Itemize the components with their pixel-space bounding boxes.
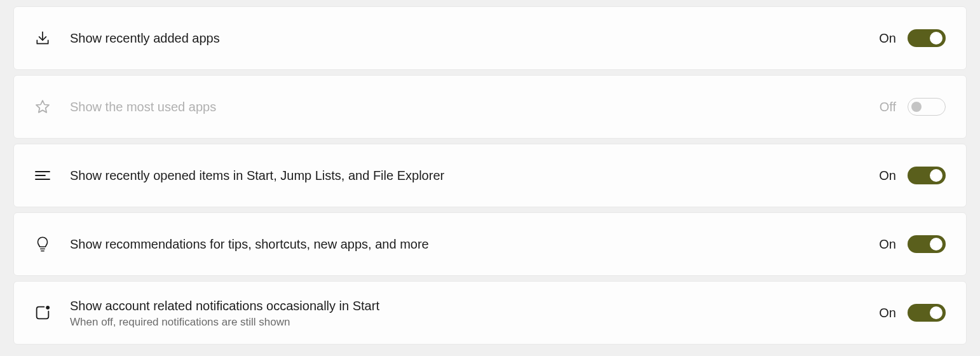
toggle-state-label: On [879, 237, 896, 252]
toggle-state-label: On [879, 168, 896, 183]
toggle-recommendations[interactable] [908, 235, 946, 253]
setting-description: When off, required notifications are sti… [70, 316, 879, 329]
setting-row-recommendations[interactable]: Show recommendations for tips, shortcuts… [13, 212, 967, 276]
setting-text: Show account related notifications occas… [70, 298, 879, 329]
toggle-recently-added[interactable] [908, 29, 946, 47]
list-icon [33, 166, 52, 185]
star-icon [33, 97, 52, 116]
toggle-state-label: Off [880, 100, 896, 114]
toggle-account-notifications[interactable] [908, 304, 946, 322]
setting-text: Show recently opened items in Start, Jum… [70, 167, 879, 184]
toggle-state-label: On [879, 306, 896, 320]
setting-label: Show account related notifications occas… [70, 298, 879, 315]
download-icon [33, 29, 52, 48]
setting-label: Show recently added apps [70, 30, 879, 47]
setting-label: Show the most used apps [70, 99, 880, 116]
setting-row-recently-added[interactable]: Show recently added apps On [13, 6, 967, 70]
svg-point-5 [46, 306, 50, 310]
toggle-recent-items[interactable] [908, 167, 946, 184]
setting-label: Show recommendations for tips, shortcuts… [70, 236, 879, 253]
setting-label: Show recently opened items in Start, Jum… [70, 167, 879, 184]
toggle-most-used [908, 98, 946, 116]
toggle-state-label: On [879, 31, 896, 46]
setting-row-recent-items[interactable]: Show recently opened items in Start, Jum… [13, 144, 967, 207]
setting-row-account-notifications[interactable]: Show account related notifications occas… [13, 281, 967, 345]
setting-text: Show recently added apps [70, 30, 879, 47]
setting-text: Show the most used apps [70, 99, 880, 116]
setting-text: Show recommendations for tips, shortcuts… [70, 236, 879, 253]
lightbulb-icon [33, 235, 52, 254]
settings-list: Show recently added apps On Show the mos… [0, 0, 980, 351]
setting-row-most-used: Show the most used apps Off [13, 75, 967, 139]
square-dot-icon [33, 303, 52, 322]
